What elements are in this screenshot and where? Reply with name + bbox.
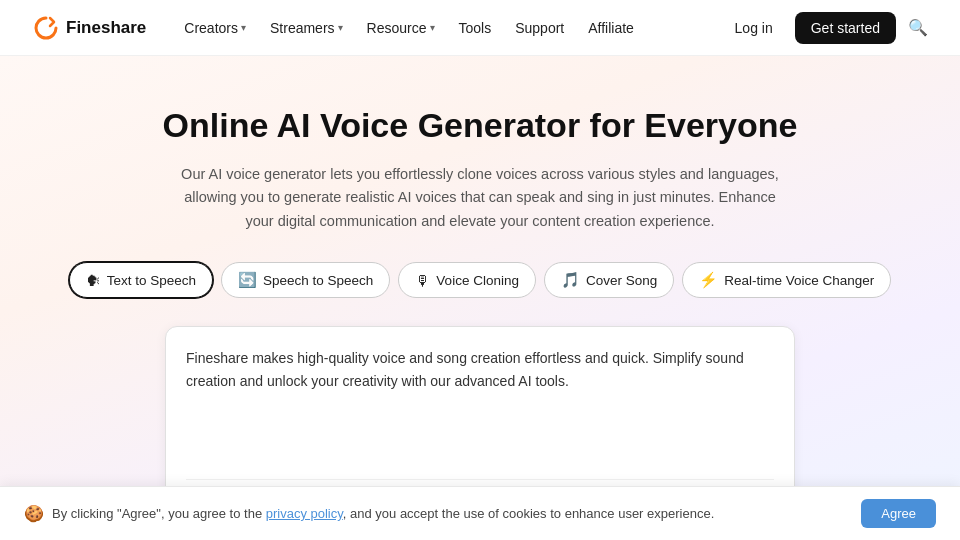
speech-to-speech-icon: 🔄 <box>238 271 257 289</box>
chevron-down-icon: ▾ <box>430 22 435 33</box>
tab-voice-cloning[interactable]: 🎙 Voice Cloning <box>398 262 536 298</box>
chevron-down-icon: ▾ <box>241 22 246 33</box>
cookie-text: By clicking "Agree", you agree to the pr… <box>52 506 714 521</box>
tab-speech-to-speech[interactable]: 🔄 Speech to Speech <box>221 262 390 298</box>
tab-voice-cloning-label: Voice Cloning <box>436 273 519 288</box>
card-body-text[interactable]: Fineshare makes high-quality voice and s… <box>186 347 774 467</box>
text-to-speech-icon: 🗣 <box>86 272 101 289</box>
cookie-banner: 🍪 By clicking "Agree", you agree to the … <box>0 486 960 540</box>
nav-right: Log in Get started 🔍 <box>725 12 928 44</box>
chevron-down-icon: ▾ <box>338 22 343 33</box>
nav-streamers-label: Streamers <box>270 20 335 36</box>
hero-subtitle: Our AI voice generator lets you effortle… <box>180 163 780 235</box>
tab-realtime-label: Real-time Voice Changer <box>724 273 874 288</box>
nav-resource-label: Resource <box>367 20 427 36</box>
search-icon[interactable]: 🔍 <box>908 18 928 37</box>
nav-creators-label: Creators <box>184 20 238 36</box>
navbar: Fineshare Creators ▾ Streamers ▾ Resourc… <box>0 0 960 56</box>
tab-text-to-speech-label: Text to Speech <box>107 273 196 288</box>
logo-icon <box>32 14 60 42</box>
voice-cloning-icon: 🎙 <box>415 272 430 289</box>
realtime-icon: ⚡ <box>699 271 718 289</box>
tab-speech-to-speech-label: Speech to Speech <box>263 273 373 288</box>
hero-section: Online AI Voice Generator for Everyone O… <box>0 56 960 540</box>
logo[interactable]: Fineshare <box>32 14 146 42</box>
cover-song-icon: 🎵 <box>561 271 580 289</box>
cookie-icon: 🍪 <box>24 504 44 523</box>
nav-tools-label: Tools <box>459 20 492 36</box>
nav-item-affiliate[interactable]: Affiliate <box>578 14 644 42</box>
cookie-agree-button[interactable]: Agree <box>861 499 936 528</box>
tab-realtime-voice-changer[interactable]: ⚡ Real-time Voice Changer <box>682 262 891 298</box>
login-button[interactable]: Log in <box>725 14 783 42</box>
nav-item-tools[interactable]: Tools <box>449 14 502 42</box>
hero-title: Online AI Voice Generator for Everyone <box>20 104 940 147</box>
tab-cover-song-label: Cover Song <box>586 273 657 288</box>
nav-support-label: Support <box>515 20 564 36</box>
nav-item-resource[interactable]: Resource ▾ <box>357 14 445 42</box>
nav-links: Creators ▾ Streamers ▾ Resource ▾ Tools … <box>174 14 724 42</box>
nav-item-support[interactable]: Support <box>505 14 574 42</box>
privacy-policy-link[interactable]: privacy policy <box>266 506 343 521</box>
nav-item-streamers[interactable]: Streamers ▾ <box>260 14 353 42</box>
tab-cover-song[interactable]: 🎵 Cover Song <box>544 262 674 298</box>
nav-affiliate-label: Affiliate <box>588 20 634 36</box>
tab-text-to-speech[interactable]: 🗣 Text to Speech <box>69 262 213 298</box>
get-started-button[interactable]: Get started <box>795 12 896 44</box>
nav-item-creators[interactable]: Creators ▾ <box>174 14 256 42</box>
logo-text: Fineshare <box>66 18 146 38</box>
feature-tabs: 🗣 Text to Speech 🔄 Speech to Speech 🎙 Vo… <box>20 262 940 298</box>
